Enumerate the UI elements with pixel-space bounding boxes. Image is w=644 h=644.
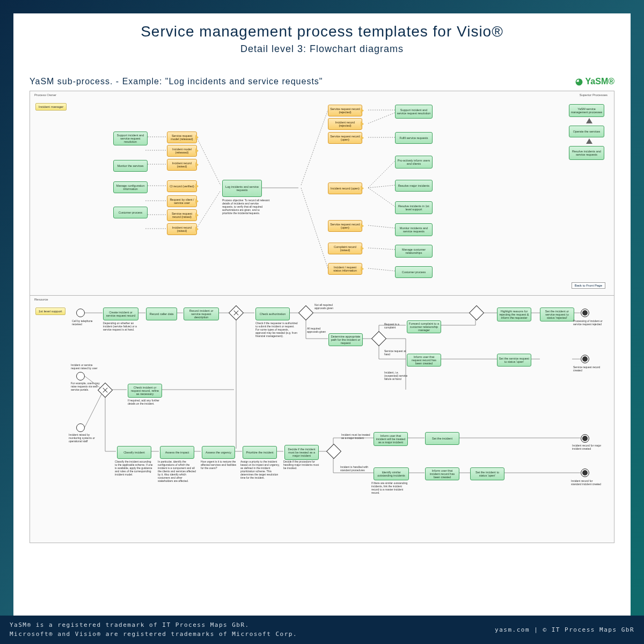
data-object-box: Incident record (raised) <box>167 159 197 171</box>
task-note: How urgent is it to restore the affected… <box>201 460 238 470</box>
data-object-box: Request by client / service user <box>167 195 197 207</box>
task-box: Inform user that request record has been… <box>407 354 441 367</box>
document-page: Service management process templates for… <box>13 13 631 631</box>
gateway-decision <box>298 305 313 320</box>
svg-line-8 <box>196 191 221 229</box>
central-process-box: Log incidents and service requests <box>222 180 262 197</box>
event-note: Processing of incident or service reques… <box>573 319 603 326</box>
end-event <box>581 434 589 443</box>
gateway-parallel <box>229 305 244 320</box>
section-label: Process Owner <box>34 93 56 97</box>
task-note: In particular, identify the configuratio… <box>158 460 197 482</box>
gateway-label: Incident must be treated as a major inci… <box>341 433 371 440</box>
svg-line-7 <box>196 137 221 185</box>
task-box: Prioritize the incident <box>243 446 277 459</box>
footer-trademark-text: YaSM® is a registered trademark of IT Pr… <box>10 621 297 639</box>
input-process-box: Customer process <box>113 207 148 218</box>
page-title: Service management process templates for… <box>13 23 631 40</box>
output-process-box: Resolve incidents in 1st level support <box>395 201 433 214</box>
process-objective-note: Process objective: To record all relevan… <box>222 199 270 215</box>
comment-note: For example, users may raise requests vi… <box>71 382 100 391</box>
section-label: Resource <box>34 298 48 301</box>
gateway-decision <box>326 444 341 459</box>
role-chip-support: 1st level support <box>35 308 65 315</box>
svg-line-19 <box>368 248 395 250</box>
output-process-box: Monitor incidents and service requests <box>395 223 433 236</box>
end-event <box>581 309 589 317</box>
gateway-decision <box>371 331 386 346</box>
task-box: Set the incident to status 'open' <box>470 467 504 480</box>
data-object-box: CI record (verified) <box>167 180 197 192</box>
svg-line-11 <box>301 188 328 268</box>
data-object-box: Service request model (released) <box>167 131 197 143</box>
subheader-row: YaSM sub-process. - Example: "Log incide… <box>30 76 614 86</box>
svg-line-48 <box>85 392 103 427</box>
task-box: Assess the urgency <box>202 446 235 459</box>
page-subtitle: Detail level 3: Flowchart diagrams <box>13 43 631 55</box>
diagram-subheading: YaSM sub-process. - Example: "Log incide… <box>30 77 323 86</box>
gateway-label: All required approvals given <box>307 327 328 333</box>
output-process-box: Pro-actively inform users and clients <box>395 156 433 169</box>
gateway-label: Not all required approvals given <box>314 303 344 310</box>
data-object-box: Incident record (raised) <box>167 223 197 235</box>
end-event <box>581 469 589 477</box>
input-process-box: Manage configuration information <box>113 181 148 193</box>
hierarchy-icon <box>586 118 592 123</box>
task-note: Decide if the procedure for handling maj… <box>283 460 321 470</box>
task-box: Decide if the incident must be treated a… <box>284 445 319 460</box>
gateway-label: Incident, i.e. (suspected) service failu… <box>384 371 411 380</box>
svg-line-10 <box>301 110 328 185</box>
start-event <box>76 309 85 317</box>
superior-process-box: Operate the services <box>569 126 604 137</box>
data-object-box: Incident model (released) <box>167 145 197 157</box>
svg-line-17 <box>368 188 395 207</box>
data-object-box: Complaint record (raised) <box>328 243 362 254</box>
svg-line-18 <box>368 225 395 228</box>
task-box: Record caller data <box>146 308 177 320</box>
task-note: If there are similar outstanding inciden… <box>371 481 409 494</box>
yasm-logo: ◕ YaSM® <box>575 76 614 86</box>
event-note: Incident or service request raised by us… <box>71 363 100 370</box>
data-object-box: Service request record (open) <box>328 132 362 144</box>
event-note: Incident raised by monitoring systems or… <box>69 433 101 443</box>
task-box: Assess the impact <box>160 446 194 459</box>
task-box: Identify similar outstanding incidents <box>374 467 409 480</box>
task-box: Set the service request to status 'open' <box>497 354 531 367</box>
event-note: Incident record for major incident creat… <box>572 444 603 450</box>
back-to-front-button[interactable]: Back to Front Page <box>572 282 605 289</box>
output-process-box: Support incident and service request res… <box>395 105 433 119</box>
gateway-label: Service request at hand <box>384 349 407 356</box>
task-box: Check incident or request record, refine… <box>128 384 162 398</box>
gateway-merge <box>469 305 484 320</box>
task-note: Assign a priority to the incident based … <box>240 460 281 479</box>
svg-line-20 <box>368 268 395 271</box>
task-box: Determine appropriate path for the incid… <box>328 333 363 346</box>
footer-copyright: yasm.com | © IT Process Maps GbR <box>495 626 634 633</box>
output-process-box: Customer process <box>395 266 433 278</box>
data-object-box: Incident record (open) <box>328 182 362 194</box>
page-footer: YaSM® is a registered trademark of IT Pr… <box>0 616 644 644</box>
output-process-box: Fulfil service requests <box>395 132 433 144</box>
data-object-box: Service request record (raised) <box>167 209 197 221</box>
task-note: Check if the requester is authorized to … <box>255 321 298 338</box>
superior-process-box: YaSM service management processes <box>569 104 604 117</box>
task-box: Create incident or service request recor… <box>103 308 138 320</box>
data-object-box: Incident / request status information <box>328 263 362 275</box>
panel-resource: Resource 1st level support Call by telep… <box>30 296 614 543</box>
svg-line-13 <box>368 113 395 123</box>
hierarchy-icon <box>586 138 592 144</box>
task-box: Inform user that incident record has bee… <box>425 467 459 480</box>
data-object-box: Incident record (rejected) <box>328 118 362 130</box>
gateway-label: Request is a complaint <box>384 323 407 329</box>
input-process-box: Monitor the services <box>113 160 148 172</box>
event-note: Call by telephone received <box>72 319 99 326</box>
task-box: Forward complaint to a customer relation… <box>407 320 441 333</box>
output-process-box: Manage customer relationships <box>395 245 433 258</box>
data-object-box: Service request record (open) <box>328 220 362 232</box>
role-chip-incident-manager: Incident manager <box>35 103 67 111</box>
superior-label: Superior Processes <box>580 93 608 97</box>
event-note: Service request record created <box>573 365 603 372</box>
task-note: Classify the incident according to the a… <box>115 460 153 476</box>
end-event <box>581 355 589 363</box>
input-process-box: Support incident and service request res… <box>113 131 148 145</box>
